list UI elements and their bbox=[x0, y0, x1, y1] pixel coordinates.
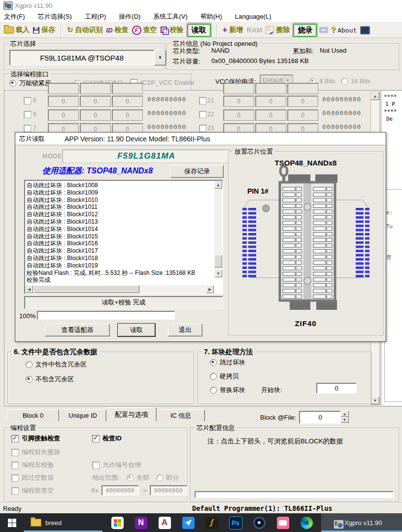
verify-button[interactable]: 校验 bbox=[161, 26, 184, 34]
pin-value-field[interactable]: 0 bbox=[287, 109, 318, 121]
scroll-up-icon[interactable]: ▲ bbox=[371, 92, 379, 100]
status-programmer: Default Programmer(1): TL866II-Plus bbox=[192, 504, 332, 512]
log-vertical-scrollbar[interactable]: ▲ ▼ bbox=[214, 181, 222, 277]
pin-row-checkbox[interactable] bbox=[24, 97, 31, 104]
pin-value-field[interactable]: 0 bbox=[255, 96, 286, 107]
scroll-down-icon[interactable]: ▼ bbox=[214, 269, 222, 277]
chip-test-button[interactable] bbox=[320, 28, 327, 32]
chip-select-dropdown-button[interactable]: ▼ bbox=[154, 50, 166, 66]
taskbar-photoshop-button[interactable]: Ps bbox=[225, 513, 246, 532]
pin-value-field[interactable]: 0 bbox=[80, 96, 111, 107]
save-log-button[interactable]: 保存记录 bbox=[170, 165, 224, 178]
taskbar-store-button[interactable] bbox=[106, 513, 128, 532]
chip-select-combobox[interactable]: F59L1G81MA @TSOP48 bbox=[9, 50, 154, 66]
replace-bad-block-radio[interactable]: 替换坏块 bbox=[210, 386, 245, 395]
read-log-listbox[interactable]: 自动跳过坏块 : Block#1008自动跳过坏块 : Block#1009 自… bbox=[24, 180, 223, 294]
taskbar-xgpro-button[interactable]: Xgpro v11.90 bbox=[321, 513, 402, 532]
taskbar-lens-app-button[interactable] bbox=[248, 513, 270, 532]
pin-value-field[interactable]: 0 bbox=[80, 109, 111, 121]
start-block-field[interactable]: 0 bbox=[316, 383, 357, 394]
redundant-without-radio[interactable]: 不包含冗余区 bbox=[26, 375, 74, 384]
scroll-left-icon[interactable]: ◀ bbox=[25, 285, 33, 293]
dialog-caption: 芯片读取 APP Version: 11.90 Device Model: TL… bbox=[15, 133, 386, 145]
about-button[interactable]: ?About bbox=[331, 26, 357, 34]
pin-row-checkbox[interactable] bbox=[199, 125, 206, 132]
hard-copy-radio[interactable]: 硬拷贝 bbox=[210, 372, 239, 381]
menu-chip-select[interactable]: 芯片选择(S) bbox=[38, 12, 72, 21]
menu-language[interactable]: Language(L) bbox=[235, 13, 271, 20]
pin-value-field[interactable]: 0 bbox=[48, 96, 79, 107]
scroll-down-icon[interactable]: ▼ bbox=[371, 397, 379, 404]
scrollbar-thumb[interactable] bbox=[214, 255, 222, 267]
read-button-toolbar[interactable]: 读取 bbox=[187, 24, 211, 37]
pin-check-checkbox[interactable]: 引脚接触检查 bbox=[11, 434, 60, 443]
progress-bar bbox=[37, 311, 175, 320]
taskbar-bird-app-button[interactable] bbox=[177, 513, 199, 532]
load-button[interactable]: 载入 bbox=[4, 26, 30, 34]
pin-row-checkbox[interactable] bbox=[24, 111, 31, 118]
skip-bad-block-radio[interactable]: 跳过坏块 bbox=[210, 358, 245, 367]
floppy-icon bbox=[33, 27, 39, 33]
status-bar: Ready Default Programmer(1): TL866II-Plu… bbox=[0, 502, 402, 514]
auto-detect-button[interactable]: ↻自动识别 bbox=[67, 26, 103, 34]
taskbar-folder-button[interactable]: breed bbox=[24, 513, 102, 532]
pin-row-checkbox[interactable] bbox=[199, 111, 206, 118]
scroll-up-icon[interactable]: ▲ bbox=[214, 181, 222, 189]
zif-socket-graphic bbox=[232, 165, 379, 315]
menu-file[interactable]: 文件(F) bbox=[4, 12, 25, 21]
exit-button[interactable]: 退出 bbox=[168, 324, 202, 336]
redundant-with-radio[interactable]: 文件中包含冗余区 bbox=[26, 360, 87, 369]
pin-row-checkbox[interactable] bbox=[199, 97, 206, 104]
dialog-status-box: 读取+校验 完成 bbox=[24, 296, 223, 309]
pin-value-field[interactable]: 0 bbox=[287, 96, 318, 107]
pin-row-checkbox[interactable] bbox=[24, 125, 31, 132]
log-lines: 自动跳过坏块 : Block#1008自动跳过坏块 : Block#1009 自… bbox=[27, 182, 211, 283]
bilibili-icon bbox=[277, 517, 289, 529]
erase-button[interactable]: 擦除 bbox=[266, 26, 290, 34]
taskbar-edge-button[interactable] bbox=[296, 513, 317, 532]
taskbar-onenote-button[interactable]: N bbox=[130, 513, 152, 532]
read-button[interactable]: 读取 bbox=[118, 324, 155, 336]
check-id-checkbox[interactable]: 检查ID bbox=[92, 434, 122, 443]
add-button[interactable]: +新增 bbox=[223, 25, 243, 35]
burn-button[interactable]: 烧录 bbox=[293, 24, 317, 37]
start-button[interactable] bbox=[0, 513, 24, 532]
chip-select-group-title: 芯片选择 bbox=[8, 39, 38, 48]
tab-config-options[interactable]: 配置与选项 bbox=[106, 407, 157, 421]
blank-check-button[interactable]: F查空 bbox=[132, 26, 157, 35]
tab-ic-info[interactable]: IC 信息 bbox=[157, 409, 205, 421]
spin-down-icon[interactable]: ▼ bbox=[340, 417, 349, 423]
pin-field bbox=[223, 83, 254, 94]
spin-up-icon[interactable]: ▲ bbox=[340, 411, 349, 417]
tab-unique-id[interactable]: Unique ID bbox=[59, 409, 106, 421]
pin-value-field[interactable]: 0 bbox=[112, 109, 143, 121]
save-button[interactable]: 保存 bbox=[33, 26, 55, 34]
check-id-button[interactable]: ID检查 bbox=[106, 26, 129, 34]
radio-icon bbox=[26, 376, 33, 383]
pin-value-field[interactable]: 0 bbox=[255, 109, 286, 121]
pin-value-field[interactable]: 0 bbox=[223, 109, 254, 121]
menu-project[interactable]: 工程(P) bbox=[85, 12, 106, 21]
taskbar-bilibili-button[interactable] bbox=[272, 513, 294, 532]
arrow-label: -> bbox=[141, 487, 147, 494]
log-fragment: De bbox=[386, 116, 393, 122]
log-fragment: Tu bbox=[386, 223, 393, 230]
pin-field bbox=[255, 83, 286, 94]
scroll-right-icon[interactable]: ▶ bbox=[206, 285, 214, 293]
menu-system-tools[interactable]: 系统工具(V) bbox=[153, 12, 187, 21]
log-horizontal-scrollbar[interactable]: ◀ ▶ bbox=[25, 285, 214, 293]
scrollbar-thumb[interactable] bbox=[34, 285, 139, 293]
pin-value-field[interactable]: 0 bbox=[48, 109, 79, 121]
menu-help[interactable]: 帮助(H) bbox=[201, 12, 222, 21]
block-at-file-field[interactable]: 0 bbox=[299, 411, 341, 424]
view-adapter-button[interactable]: 查看适配器 bbox=[45, 324, 110, 336]
pin-value-field[interactable]: 0 bbox=[112, 96, 143, 107]
taskbar-gold-app-button[interactable]: ʃ bbox=[201, 513, 223, 532]
logic-test-button[interactable] bbox=[360, 26, 370, 34]
menu-operation[interactable]: 操作(D) bbox=[119, 12, 140, 21]
socket-radio[interactable]: 万能锁紧座 bbox=[9, 79, 51, 88]
prog-settings-title: 编程设置 bbox=[8, 424, 38, 432]
tab-block0[interactable]: Block 0 bbox=[7, 409, 59, 421]
taskbar-autocad-button[interactable]: A bbox=[154, 513, 175, 532]
pin-value-field[interactable]: 0 bbox=[223, 96, 254, 107]
